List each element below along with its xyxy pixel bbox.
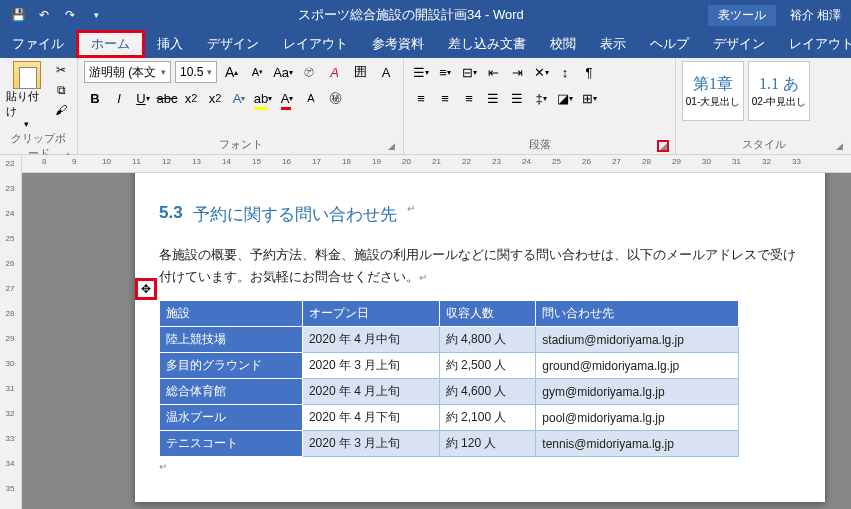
text-effects-icon[interactable]: A▾ (228, 87, 250, 109)
style-heading2[interactable]: 1.1 あ 02-中見出し (748, 61, 810, 121)
tab-table-layout[interactable]: レイアウト (777, 30, 851, 58)
ribbon-group-styles: 第1章 01-大見出し 1.1 あ 02-中見出し スタイル◢ (676, 58, 851, 154)
shading-icon[interactable]: ◪▾ (554, 87, 576, 109)
styles-label: スタイル (742, 138, 786, 150)
tab-view[interactable]: 表示 (588, 30, 638, 58)
enclose-characters-icon[interactable]: 囲 (350, 61, 372, 83)
table-row: 総合体育館2020 年 4 月上旬約 4,600 人gym@midoriyama… (160, 379, 739, 405)
asian-layout-icon[interactable]: ✕▾ (530, 61, 552, 83)
tab-home[interactable]: ホーム (76, 30, 145, 58)
increase-font-icon[interactable]: A▴ (221, 61, 243, 83)
paragraph-dialog-launcher[interactable]: ◢ (657, 140, 669, 152)
clear-formatting-icon[interactable]: A (324, 61, 346, 83)
change-case-icon[interactable]: Aa▾ (272, 61, 294, 83)
save-icon[interactable]: 💾 (8, 5, 28, 25)
bold-button[interactable]: B (84, 87, 106, 109)
sort-icon[interactable]: ↕ (554, 61, 576, 83)
table-row: 多目的グラウンド2020 年 3 月上旬約 2,500 人ground@mido… (160, 353, 739, 379)
table-row: 温水プール2020 年 4 月下旬約 2,100 人pool@midoriyam… (160, 405, 739, 431)
style-heading1[interactable]: 第1章 01-大見出し (682, 61, 744, 121)
redo-icon[interactable]: ↷ (60, 5, 80, 25)
col-header: 問い合わせ先 (536, 301, 739, 327)
table-row: 陸上競技場2020 年 4 月中旬約 4,800 人stadium@midori… (160, 327, 739, 353)
copy-icon[interactable]: ⧉ (51, 81, 71, 99)
numbered-list-icon[interactable]: ≡▾ (434, 61, 456, 83)
font-color-icon[interactable]: A▾ (276, 87, 298, 109)
ribbon-tabs: ファイル ホーム 挿入 デザイン レイアウト 参考資料 差し込み文書 校閲 表示… (0, 30, 851, 58)
increase-indent-icon[interactable]: ⇥ (506, 61, 528, 83)
tab-layout[interactable]: レイアウト (271, 30, 360, 58)
font-dialog-launcher[interactable]: ◢ (385, 140, 397, 152)
tab-table-design[interactable]: デザイン (701, 30, 777, 58)
tab-review[interactable]: 校閲 (538, 30, 588, 58)
document-page[interactable]: 5.3 予約に関する問い合わせ先↵ 各施設の概要、予約方法、料金、施設の利用ルー… (135, 173, 825, 502)
document-area: 2223242526272829303132333435 89101112131… (0, 155, 851, 509)
col-header: オープン日 (302, 301, 439, 327)
col-header: 施設 (160, 301, 303, 327)
tab-design[interactable]: デザイン (195, 30, 271, 58)
ribbon-group-clipboard: 貼り付け ▾ ✂ ⧉ 🖌 クリップボード◢ (0, 58, 78, 154)
subscript-button[interactable]: x2 (180, 87, 202, 109)
undo-icon[interactable]: ↶ (34, 5, 54, 25)
tab-help[interactable]: ヘルプ (638, 30, 701, 58)
quick-access-toolbar: 💾 ↶ ↷ ▾ (0, 5, 114, 25)
multilevel-list-icon[interactable]: ⊟▾ (458, 61, 480, 83)
font-name-select[interactable]: 游明朝 (本文▾ (84, 61, 171, 83)
underline-button[interactable]: U▾ (132, 87, 154, 109)
col-header: 収容人数 (439, 301, 536, 327)
table-header-row: 施設 オープン日 収容人数 問い合わせ先 (160, 301, 739, 327)
character-border-icon[interactable]: A (375, 61, 397, 83)
qat-more-icon[interactable]: ▾ (86, 5, 106, 25)
font-label: フォント (219, 138, 263, 150)
character-shading-icon[interactable]: A (300, 87, 322, 109)
decrease-font-icon[interactable]: A▾ (247, 61, 269, 83)
styles-dialog-launcher[interactable]: ◢ (833, 140, 845, 152)
decrease-indent-icon[interactable]: ⇤ (482, 61, 504, 83)
inquiry-table[interactable]: 施設 オープン日 収容人数 問い合わせ先 陸上競技場2020 年 4 月中旬約 … (159, 300, 739, 457)
horizontal-ruler[interactable]: 8910111213141516171819202122232425262728… (22, 155, 851, 173)
line-spacing-icon[interactable]: ‡▾ (530, 87, 552, 109)
italic-button[interactable]: I (108, 87, 130, 109)
ribbon-group-paragraph: ☰▾ ≡▾ ⊟▾ ⇤ ⇥ ✕▾ ↕ ¶ ≡ ≡ ≡ ☰ ☰ ‡▾ ◪▾ ⊞▾ 段… (404, 58, 676, 154)
ribbon-group-font: 游明朝 (本文▾ 10.5▾ A▴ A▾ Aa▾ ㋐ A 囲 A B I U▾ … (78, 58, 404, 154)
contextual-tab-label: 表ツール (708, 5, 776, 26)
superscript-button[interactable]: x2 (204, 87, 226, 109)
ribbon: 貼り付け ▾ ✂ ⧉ 🖌 クリップボード◢ 游明朝 (本文▾ 10.5▾ A▴ … (0, 58, 851, 155)
strikethrough-button[interactable]: abc (156, 87, 178, 109)
tab-file[interactable]: ファイル (0, 30, 76, 58)
highlight-color-icon[interactable]: ab▾ (252, 87, 274, 109)
intro-paragraph: 各施設の概要、予約方法、料金、施設の利用ルールなどに関する問い合わせは、以下のメ… (159, 244, 805, 288)
align-left-icon[interactable]: ≡ (410, 87, 432, 109)
heading-5-3: 5.3 予約に関する問い合わせ先↵ (159, 203, 805, 226)
bullet-list-icon[interactable]: ☰▾ (410, 61, 432, 83)
font-size-select[interactable]: 10.5▾ (175, 61, 217, 83)
justify-icon[interactable]: ☰ (482, 87, 504, 109)
tab-insert[interactable]: 挿入 (145, 30, 195, 58)
enclosed-character-icon[interactable]: ㊙ (324, 87, 346, 109)
vertical-ruler[interactable]: 2223242526272829303132333435 (0, 155, 22, 509)
clipboard-icon (13, 61, 41, 89)
window-title: スポーツ総合施設の開設計画34 - Word (114, 6, 708, 24)
phonetic-guide-icon[interactable]: ㋐ (298, 61, 320, 83)
titlebar: 💾 ↶ ↷ ▾ スポーツ総合施設の開設計画34 - Word 表ツール 裕介 相… (0, 0, 851, 30)
tab-references[interactable]: 参考資料 (360, 30, 436, 58)
table-row: テニスコート2020 年 3 月上旬約 120 人tennis@midoriya… (160, 431, 739, 457)
align-right-icon[interactable]: ≡ (458, 87, 480, 109)
align-center-icon[interactable]: ≡ (434, 87, 456, 109)
page-scroll[interactable]: 5.3 予約に関する問い合わせ先↵ 各施設の概要、予約方法、料金、施設の利用ルー… (22, 173, 851, 509)
distributed-icon[interactable]: ☰ (506, 87, 528, 109)
tab-mail[interactable]: 差し込み文書 (436, 30, 538, 58)
user-name[interactable]: 裕介 相澤 (790, 7, 841, 24)
paragraph-label: 段落 (529, 138, 551, 150)
format-painter-icon[interactable]: 🖌 (51, 101, 71, 119)
cut-icon[interactable]: ✂ (51, 61, 71, 79)
table-move-handle[interactable]: ✥ (135, 278, 157, 300)
show-marks-icon[interactable]: ¶ (578, 61, 600, 83)
paste-button[interactable]: 貼り付け ▾ (6, 61, 47, 129)
borders-icon[interactable]: ⊞▾ (578, 87, 600, 109)
